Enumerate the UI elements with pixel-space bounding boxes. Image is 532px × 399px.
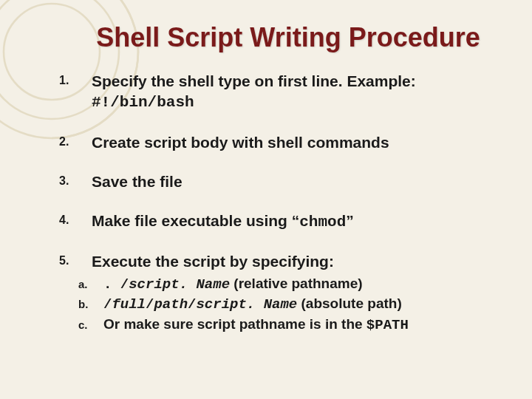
sub-a-prefix: . / [103,276,129,293]
step-1-text: Specify the shell type on first line. Ex… [92,72,416,89]
slide-content: Shell Script Writing Procedure Specify t… [0,0,532,369]
step-2: Create script body with shell commands [59,132,502,152]
sub-b: /full/path/script. Name (absolute path) [78,295,502,314]
sub-b-mid1: / [146,296,154,313]
sub-c-code: $PATH [366,317,409,333]
sub-b-mid2: / [188,296,196,313]
step-1: Specify the shell type on first line. Ex… [59,71,502,113]
sub-b-code1: full [112,296,146,313]
sub-c-text: Or make sure script pathname is in the [103,316,366,332]
sub-c: Or make sure script pathname is in the $… [78,316,502,335]
sub-a-code: script. Name [129,276,230,293]
procedure-list: Specify the shell type on first line. Ex… [59,71,502,335]
step-5-text: Execute the script by specifying: [92,253,334,270]
sub-b-code2: path [154,296,188,313]
sub-b-suffix: (absolute path) [297,296,401,311]
step-5-sublist: . /script. Name (relative pathname) /ful… [78,275,502,335]
step-4-code: chmod [299,214,346,231]
sub-b-code3: script. Name [196,296,297,313]
sub-a: . /script. Name (relative pathname) [78,275,502,294]
step-1-code: #!/bin/bash [92,94,194,111]
sub-a-suffix: (relative pathname) [230,276,363,291]
step-2-text: Create script body with shell commands [92,134,389,151]
step-4: Make file executable using “chmod” [59,211,502,232]
step-4-post: ” [346,212,354,229]
step-5: Execute the script by specifying: . /scr… [59,251,502,334]
step-3: Save the file [59,171,502,191]
step-3-text: Save the file [92,173,183,190]
sub-b-prefix: / [103,296,112,313]
slide-title: Shell Script Writing Procedure [74,22,502,53]
step-4-pre: Make file executable using “ [92,212,299,229]
